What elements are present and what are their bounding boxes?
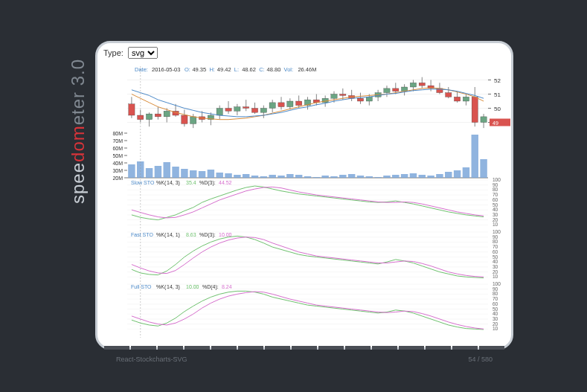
scrubber-segment[interactable]: [185, 346, 210, 350]
volume-bar: [199, 171, 205, 178]
scrubber-segment[interactable]: [158, 346, 183, 350]
scrubber-segment[interactable]: [426, 346, 451, 350]
sto-label: 14, 1): [167, 232, 180, 238]
volume-bar: [155, 166, 161, 178]
candle: [190, 117, 196, 124]
volume-bar: [216, 173, 222, 178]
stock-chart[interactable]: 4950515249Date:2016-05-03O:49.35H:49.42L…: [97, 62, 511, 349]
ohlc-tooltip: C:: [259, 66, 265, 73]
volume-bar: [419, 175, 426, 178]
sto-tick-label: 90: [493, 234, 498, 240]
volume-bar: [463, 167, 469, 178]
sto-label: %K(: [156, 232, 167, 238]
sto-tick-label: 70: [493, 192, 498, 197]
ohlc-tooltip: 48.62: [242, 66, 256, 73]
sto-tick-label: 50: [493, 254, 498, 260]
sto-tick-label: 100: [493, 229, 501, 234]
ohlc-tooltip: 49.42: [217, 66, 231, 73]
type-select[interactable]: svg: [128, 47, 158, 59]
candle: [366, 97, 372, 101]
volume-bar: [330, 176, 337, 178]
volume-bar: [269, 175, 275, 178]
scrubber-segment[interactable]: [292, 346, 317, 350]
volume-tick-label: 60M: [112, 146, 123, 151]
volume-bar: [260, 176, 267, 178]
ohlc-tooltip: 49.35: [192, 66, 206, 73]
sto-tick-label: 100: [493, 177, 501, 182]
logo-part-2: dom: [68, 125, 88, 162]
ohlc-tooltip: Vol:: [284, 66, 294, 73]
sto-label: 44.52: [219, 180, 232, 185]
volume-tick-label: 30M: [112, 168, 123, 173]
ohlc-tooltip: 26.46M: [298, 66, 316, 73]
candle: [129, 104, 135, 115]
volume-tick-label: 70M: [112, 138, 123, 144]
sto-tick-label: 100: [493, 281, 501, 286]
volume-bar: [251, 176, 258, 178]
sto-label: %K(: [156, 284, 167, 290]
volume-bar: [357, 176, 364, 178]
ohlc-tooltip: 48.80: [267, 66, 281, 73]
chart-frame: Type: svg 4950515249Date:2016-05-03O:49.…: [95, 41, 513, 350]
candle: [410, 83, 416, 87]
scrubber-segment[interactable]: [318, 346, 344, 350]
sto-tick-label: 10: [493, 274, 498, 279]
scrubber-segment[interactable]: [479, 346, 504, 350]
volume-bar: [146, 168, 153, 178]
candle: [278, 103, 284, 107]
volume-bar: [410, 173, 417, 178]
progress-scrubber[interactable]: [104, 346, 504, 352]
scrubber-segment[interactable]: [345, 346, 371, 350]
scrubber-segment[interactable]: [211, 346, 237, 350]
volume-bar: [190, 170, 196, 178]
volume-bar: [172, 167, 179, 178]
volume-bar: [164, 162, 170, 178]
progress-text: 54 / 580: [468, 356, 493, 363]
candle: [182, 115, 187, 123]
volume-bar: [383, 176, 390, 178]
sto-label: 8.24: [222, 284, 232, 289]
sto-tick-label: 80: [493, 187, 498, 192]
sto-tick-label: 40: [493, 207, 498, 212]
volume-bar: [436, 174, 443, 178]
volume-bar: [278, 176, 284, 178]
svg-text:49: 49: [493, 121, 498, 126]
sto-label: %D(3):: [199, 180, 216, 186]
sto-label: Fast STO: [131, 232, 153, 237]
scrubber-segment[interactable]: [131, 346, 156, 350]
candle: [419, 83, 425, 86]
candle: [251, 109, 257, 113]
candle: [164, 111, 170, 117]
sto-tick-label: 80: [493, 239, 498, 244]
volume-bar: [208, 170, 214, 178]
volume-bar: [295, 175, 302, 178]
candle: [472, 97, 478, 122]
volume-tick-label: 40M: [112, 161, 123, 166]
volume-bar: [234, 175, 240, 178]
scrubber-segment[interactable]: [399, 346, 424, 350]
price-tick-label: 50: [494, 106, 501, 112]
scrubber-segment[interactable]: [104, 346, 129, 350]
test-name: React-Stockcharts-SVG: [116, 356, 187, 363]
sto-tick-label: 30: [493, 264, 498, 269]
volume-bar: [427, 176, 434, 178]
candle: [260, 109, 266, 113]
scrubber-segment[interactable]: [238, 346, 263, 350]
sto-tick-label: 80: [493, 291, 498, 296]
ohlc-tooltip: H:: [209, 66, 215, 73]
price-tick-label: 51: [494, 91, 501, 98]
sto-tick-label: 90: [493, 182, 498, 187]
candle: [216, 109, 222, 116]
volume-bar: [348, 174, 355, 178]
scrubber-segment[interactable]: [372, 346, 397, 350]
scrubber-segment[interactable]: [265, 346, 290, 350]
sto-tick-label: 20: [493, 217, 498, 222]
sto-tick-label: 40: [493, 311, 498, 316]
volume-bar: [313, 177, 320, 178]
scrubber-segment[interactable]: [452, 346, 478, 350]
sto-tick-label: 40: [493, 259, 498, 264]
volume-bar: [480, 159, 487, 178]
sto-label: Slow STO: [131, 180, 155, 185]
candle: [234, 107, 240, 112]
sto-tick-label: 60: [493, 249, 498, 254]
